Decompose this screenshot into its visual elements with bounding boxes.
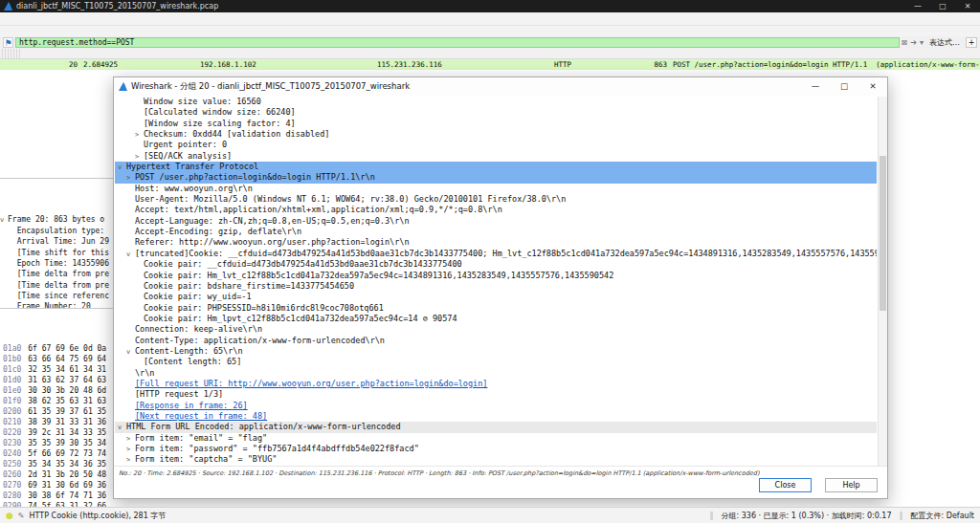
tree-row[interactable]: vContent-Length: 65\r\n — [115, 346, 877, 357]
display-filter-value: http.request.method==POST — [19, 38, 134, 47]
wireshark-main-window: dianli_jbctf_MISC_T10075_20150707_wiresh… — [0, 0, 980, 523]
tree-row[interactable]: Connection: keep-alive\r\n — [115, 324, 877, 335]
tree-row[interactable]: >[SEQ/ACK analysis] — [115, 151, 877, 162]
add-filter-button[interactable]: + — [966, 37, 977, 48]
tree-row[interactable]: >Checksum: 0xdd44 [validation disabled] — [115, 129, 877, 140]
packet-time: 2.684925 — [81, 59, 198, 70]
packet-length: 863 — [621, 59, 671, 70]
packet-list-header — [0, 49, 980, 59]
dialog-summary-text: No.: 20 · Time: 2.684925 · Source: 192.1… — [114, 467, 887, 477]
dialog-close-icon[interactable]: ✕ — [858, 77, 887, 96]
scrollbar-thumb[interactable] — [880, 156, 886, 311]
tree-row[interactable]: >Form item: "password" = "ffb7567a1d4f4a… — [115, 444, 877, 454]
expert-info-icon[interactable]: ● — [6, 511, 13, 520]
profile-status[interactable]: 配置文件: Default — [911, 511, 974, 521]
hex-dump-pane: 01a06f 67 69 6e 0d 0a01b063 66 64 75 69 … — [0, 308, 113, 507]
hex-row[interactable]: 01b063 66 64 75 69 64 — [3, 354, 113, 364]
packet-detail-line[interactable]: Epoch Time: 14355906 — [0, 258, 113, 269]
main-window-title: dianli_jbctf_MISC_T10075_20150707_wiresh… — [16, 2, 218, 11]
tree-row[interactable]: [Content length: 65] — [115, 357, 877, 367]
hex-row[interactable]: 027069 31 30 6d 69 36 — [3, 480, 113, 490]
wireshark-app-icon — [4, 2, 12, 11]
tree-row[interactable]: [Window size scaling factor: 4] — [115, 119, 877, 129]
hex-row[interactable]: 023035 35 39 30 35 34 — [3, 438, 113, 448]
packet-info: POST /user.php?action=login&do=login HTT… — [671, 59, 980, 70]
tree-row[interactable]: [Next request in frame: 48] — [115, 411, 877, 422]
tree-row[interactable]: Accept-Language: zh-CN,zh;q=0.8,en-US;q=… — [115, 216, 877, 227]
hex-row[interactable]: 022039 2c 31 34 33 35 — [3, 427, 113, 438]
hex-row[interactable]: 021038 39 31 33 31 36 — [3, 417, 113, 427]
packet-detail-line[interactable]: Frame Number: 20 — [0, 301, 113, 308]
hex-row[interactable]: 01f038 62 35 63 31 63 — [3, 396, 113, 406]
dialog-packet-tree: Window size value: 16560[Calculated wind… — [115, 97, 877, 466]
tree-row[interactable]: Accept-Encoding: gzip, deflate\r\n — [115, 227, 877, 237]
display-filter-input[interactable]: http.request.method==POST — [15, 37, 900, 48]
hex-row[interactable]: 01a06f 67 69 6e 0d 0a — [3, 343, 113, 354]
packet-source: 192.168.1.102 — [198, 59, 375, 70]
tree-row[interactable]: [HTTP request 1/3] — [115, 389, 877, 400]
tree-row[interactable]: Referer: http://www.wooyun.org/user.php?… — [115, 237, 877, 248]
tree-row[interactable]: >Form item: "captcha" = "BYUG" — [115, 454, 877, 465]
tree-row[interactable]: Accept: text/html,application/xhtml+xml,… — [115, 205, 877, 215]
tree-row[interactable]: Cookie pair: bdshare_firstime=1433775454… — [115, 281, 877, 292]
packet-detail-line[interactable]: Arrival Time: Jun 29 — [0, 236, 113, 247]
tree-row[interactable]: Cookie pair: wy_uid=-1 — [115, 292, 877, 302]
hex-row[interactable]: 02405f 66 69 72 73 74 — [3, 448, 113, 459]
filter-dropdown-icon[interactable]: ▾ — [920, 38, 924, 47]
dialog-maximize-button[interactable]: □ — [830, 77, 858, 96]
packet-detail-line[interactable]: vFrame 20: 863 bytes o — [0, 214, 113, 226]
packet-detail-line[interactable]: [Time shift for this — [0, 248, 113, 258]
hex-row[interactable]: 025035 34 35 34 36 35 — [3, 459, 113, 469]
dialog-minimize-button[interactable]: — — [801, 77, 830, 96]
tree-row[interactable]: Cookie pair: __cfduid=d473db479254a41d53… — [115, 259, 877, 270]
tree-row[interactable]: Cookie pair: Hm_lpvt_c12f88b5c1cd041a732… — [115, 314, 877, 324]
expression-button[interactable]: 表达式… — [925, 37, 964, 48]
status-bar: ● ✎ HTTP Cookie (http.cookie), 281 字节 ‖ … — [0, 507, 980, 523]
dialog-scrollbar[interactable] — [878, 97, 887, 466]
packet-row-20[interactable]: 20 2.684925 192.168.1.102 115.231.236.11… — [0, 59, 980, 70]
tree-row[interactable]: vHTML Form URL Encoded: application/x-ww… — [115, 422, 877, 432]
close-button[interactable]: ✕ — [955, 0, 980, 12]
packet-dialog: Wireshark - 分组 20 - dianli_jbctf_MISC_T1… — [113, 76, 888, 499]
filter-bookmark-icon[interactable]: ⚑ — [3, 37, 13, 48]
filter-clear-icon[interactable]: ⊠ — [902, 38, 908, 47]
hex-row[interactable]: 01c032 35 34 61 34 31 — [3, 364, 113, 375]
filter-apply-icon[interactable]: ➔ — [910, 38, 917, 47]
tree-row[interactable]: Urgent pointer: 0 — [115, 140, 877, 150]
tree-row[interactable]: Cookie pair: Hm_lvt_c12f88b5c1cd041a732d… — [115, 271, 877, 281]
packet-details-pane: vFrame 20: 863 bytes o Encapsulation typ… — [0, 178, 113, 308]
packet-detail-line[interactable]: Encapsulation type: — [0, 226, 113, 236]
hex-row[interactable]: 020061 35 39 37 61 35 — [3, 406, 113, 417]
tree-row[interactable]: vHypertext Transfer Protocol — [115, 162, 877, 172]
tree-row[interactable]: [Full request URI: http://www.wooyun.org… — [115, 379, 877, 389]
main-toolbar — [0, 25, 980, 36]
help-button[interactable]: Help — [825, 478, 878, 492]
packet-list-column-header[interactable] — [17, 49, 20, 58]
tree-row[interactable]: Cookie pair: PHPSESSID=h8i10mi6rdc8l9coc… — [115, 303, 877, 314]
capture-comment-icon[interactable]: ✎ — [18, 512, 25, 520]
tree-row[interactable]: Window size value: 16560 — [115, 97, 877, 107]
main-titlebar: dianli_jbctf_MISC_T10075_20150707_wiresh… — [0, 0, 980, 12]
tree-row[interactable]: [Response in frame: 26] — [115, 401, 877, 411]
tree-row[interactable]: [Calculated window size: 66240] — [115, 107, 877, 118]
selected-field-status: HTTP Cookie (http.cookie), 281 字节 — [30, 511, 167, 521]
hex-row[interactable]: 01d031 63 62 37 64 63 — [3, 375, 113, 385]
close-dialog-button[interactable]: Close — [759, 478, 812, 492]
maximize-button[interactable]: □ — [930, 0, 955, 12]
packet-detail-line[interactable]: [Time delta from pre — [0, 280, 113, 291]
minimize-button[interactable]: — — [905, 0, 930, 12]
dialog-footer: No.: 20 · Time: 2.684925 · Source: 192.1… — [114, 466, 887, 498]
tree-row[interactable]: >Form item: "email" = "flag" — [115, 433, 877, 444]
tree-row[interactable]: v[truncated]Cookie: __cfduid=d473db47925… — [115, 249, 877, 259]
hex-row[interactable]: 02602d 31 3b 20 50 48 — [3, 469, 113, 480]
status-separator: ‖ — [709, 512, 713, 520]
packet-detail-line[interactable]: [Time since referenc — [0, 291, 113, 301]
tree-row[interactable]: Content-Type: application/x-www-form-url… — [115, 336, 877, 346]
hex-row[interactable]: 028030 38 6f 74 71 36 — [3, 490, 113, 501]
tree-row[interactable]: User-Agent: Mozilla/5.0 (Windows NT 6.1;… — [115, 194, 877, 205]
tree-row[interactable]: \r\n — [115, 368, 877, 379]
tree-row[interactable]: Host: www.wooyun.org\r\n — [115, 184, 877, 194]
packet-detail-line[interactable]: [Time delta from pre — [0, 269, 113, 279]
tree-row[interactable]: >POST /user.php?action=login&do=login HT… — [115, 172, 877, 183]
hex-row[interactable]: 01e030 30 3b 20 48 6d — [3, 385, 113, 396]
